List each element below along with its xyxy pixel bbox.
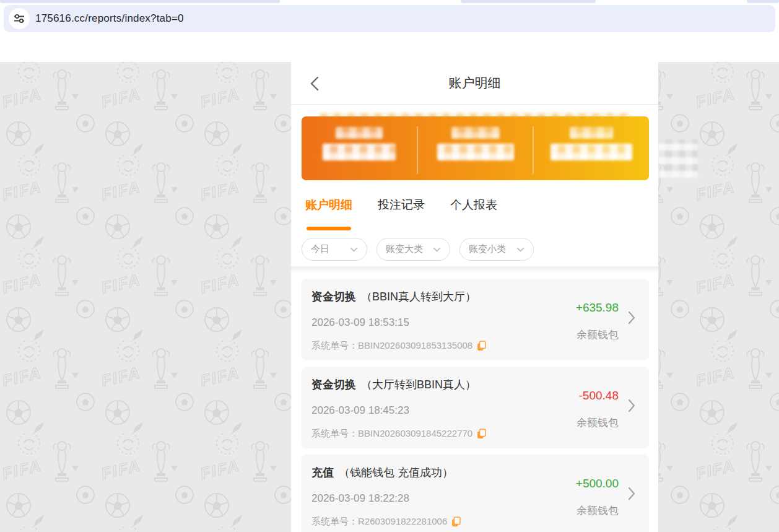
- browser-tab-sliver[interactable]: [747, 0, 779, 3]
- order-number: R2603091822281006: [358, 516, 447, 527]
- order-number: BBIN202603091845222770: [358, 428, 472, 439]
- balance-summary-card[interactable]: [302, 116, 649, 180]
- transaction-type: 资金切换: [311, 290, 356, 303]
- copy-button[interactable]: [477, 341, 486, 351]
- transaction-detail: （钱能钱包 充值成功）: [339, 466, 453, 479]
- tune-sliders-icon: [14, 14, 25, 24]
- copy-icon: [451, 517, 461, 527]
- browser-tabstrip: [0, 0, 779, 4]
- back-button[interactable]: [310, 76, 321, 91]
- chevron-right-icon[interactable]: [628, 487, 635, 500]
- transaction-wallet: 余额钱包: [576, 328, 619, 342]
- order-label: 系统单号：: [311, 428, 358, 439]
- filter-major-category-dropdown[interactable]: 账变大类: [376, 238, 450, 261]
- tab-account-details[interactable]: 账户明细: [305, 197, 352, 213]
- blurred-label: [570, 127, 613, 139]
- browser-tab-sliver[interactable]: [461, 0, 596, 3]
- balance-column: [302, 116, 417, 180]
- order-number: BBIN202603091853135008: [358, 340, 472, 351]
- blurred-value: [323, 144, 396, 160]
- chevron-down-icon: [350, 247, 358, 252]
- transaction-amount: +635.98: [576, 301, 619, 315]
- transaction-amount: +500.00: [576, 477, 619, 491]
- chevron-right-icon[interactable]: [628, 399, 635, 412]
- transaction-type: 资金切换: [311, 378, 356, 391]
- filter-row: 今日 账变大类 账变小类: [291, 238, 658, 261]
- balance-card-wrap: [302, 116, 649, 180]
- chevron-left-icon: [310, 76, 319, 91]
- filter-label: 账变大类: [386, 243, 423, 255]
- transaction-wallet: 余额钱包: [576, 504, 619, 518]
- page-title: 账户明细: [291, 62, 658, 104]
- filter-label: 今日: [311, 243, 329, 255]
- transaction-type: 充值: [311, 466, 334, 479]
- address-bar[interactable]: 175616.cc/reports/index?tab=0: [4, 5, 775, 32]
- tab-personal-report[interactable]: 个人报表: [450, 197, 497, 213]
- balance-column: [418, 116, 533, 180]
- chevron-right-icon[interactable]: [628, 311, 635, 325]
- copy-button[interactable]: [477, 429, 486, 439]
- copy-icon: [477, 341, 486, 351]
- blurred-value: [437, 144, 514, 160]
- copy-icon: [477, 429, 486, 439]
- blurred-value: [551, 144, 632, 160]
- browser-window: 175616.cc/reports/index?tab=0: [0, 0, 779, 532]
- chevron-down-icon: [433, 247, 441, 252]
- filter-minor-category-dropdown[interactable]: 账变小类: [459, 238, 534, 261]
- site-settings-button[interactable]: [9, 8, 30, 29]
- app-panel: 账户明细: [291, 62, 658, 532]
- tab-bet-records[interactable]: 投注记录: [378, 197, 425, 213]
- browser-tab-sliver[interactable]: [0, 0, 280, 3]
- filter-date-dropdown[interactable]: 今日: [302, 238, 367, 261]
- transaction-detail: （大厅转到BBIN真人）: [361, 378, 476, 391]
- transaction-list: 资金切换（BBIN真人转到大厅） 2026-03-09 18:53:15 系统单…: [291, 266, 658, 532]
- transaction-card[interactable]: 充值（钱能钱包 充值成功） 2026-03-09 18:22:28 系统单号：R…: [302, 455, 649, 532]
- tab-bar: 账户明细 投注记录 个人报表: [291, 197, 658, 238]
- order-label: 系统单号：: [311, 340, 358, 351]
- panel-header: 账户明细: [291, 62, 658, 105]
- transaction-wallet: 余额钱包: [577, 416, 619, 430]
- order-label: 系统单号：: [311, 516, 358, 527]
- chevron-down-icon: [516, 247, 524, 252]
- copy-button[interactable]: [451, 517, 461, 527]
- filter-label: 账变小类: [469, 243, 506, 255]
- blurred-label: [336, 127, 383, 139]
- transaction-card[interactable]: 资金切换（大厅转到BBIN真人） 2026-03-09 18:45:23 系统单…: [302, 367, 649, 448]
- mosaic-blur-spill: [658, 139, 698, 178]
- transaction-card[interactable]: 资金切换（BBIN真人转到大厅） 2026-03-09 18:53:15 系统单…: [302, 279, 649, 360]
- url-text[interactable]: 175616.cc/reports/index?tab=0: [35, 12, 184, 25]
- balance-column: [534, 116, 649, 180]
- transaction-detail: （BBIN真人转到大厅）: [361, 290, 476, 303]
- blurred-label: [451, 127, 500, 139]
- transaction-scroll-area[interactable]: 资金切换（BBIN真人转到大厅） 2026-03-09 18:53:15 系统单…: [291, 266, 658, 532]
- page-top-whitespace: [0, 32, 779, 62]
- transaction-amount: -500.48: [577, 389, 619, 403]
